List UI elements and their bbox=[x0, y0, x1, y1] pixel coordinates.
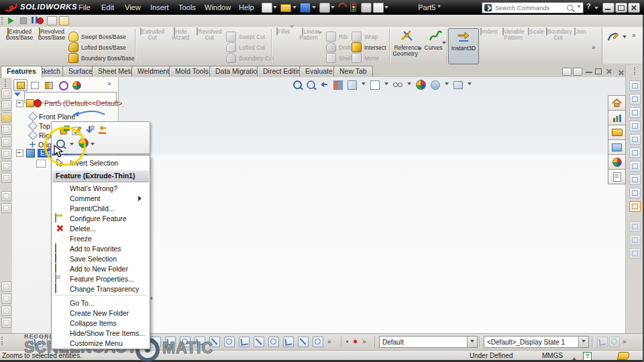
menu-item-freeze[interactable]: Freeze bbox=[52, 233, 149, 243]
sketch-tool-icon[interactable] bbox=[254, 337, 264, 347]
appearances-icon[interactable] bbox=[416, 80, 426, 90]
ribbon-overflow-button[interactable]: » bbox=[592, 44, 596, 51]
fm-overflow-button[interactable]: » bbox=[107, 80, 111, 87]
instant3d-button[interactable]: Instant3D bbox=[448, 28, 479, 64]
sketch-tool-icon[interactable] bbox=[268, 337, 279, 347]
undo-icon[interactable] bbox=[336, 1, 348, 13]
maximize-button[interactable] bbox=[615, 3, 627, 13]
toolbar-overflow-button[interactable]: » bbox=[327, 339, 331, 345]
graphics-viewport[interactable] bbox=[119, 77, 625, 333]
right-tool-icon[interactable] bbox=[629, 107, 641, 118]
lofted-cut-button[interactable]: Lofted Cut bbox=[226, 42, 265, 52]
sketch-caret-icon[interactable] bbox=[623, 36, 627, 40]
swept-cut-button[interactable]: Swept Cut bbox=[226, 32, 265, 42]
left-tool-icon[interactable] bbox=[1, 294, 11, 304]
menu-item-delete[interactable]: Delete... bbox=[52, 223, 149, 233]
left-tool-icon[interactable] bbox=[1, 282, 11, 292]
feature-statistics-icon[interactable] bbox=[350, 2, 356, 12]
menu-item-hide-show-tree-items[interactable]: Hide/Show Tree Items... bbox=[52, 328, 149, 338]
fm-tab-propertymanager[interactable] bbox=[28, 79, 42, 91]
search-commands-box[interactable] bbox=[482, 2, 584, 13]
open-caret-icon[interactable] bbox=[292, 6, 297, 11]
right-tool-icon[interactable] bbox=[629, 80, 641, 91]
stop-macro-icon[interactable] bbox=[20, 17, 27, 24]
help-button[interactable]: ? bbox=[586, 2, 591, 10]
mirror-button[interactable]: Mirror bbox=[352, 53, 379, 63]
display-style-caret-icon[interactable] bbox=[384, 82, 388, 87]
display-state-combo[interactable]: <Default>_Display State 1 bbox=[484, 336, 589, 348]
close-button[interactable] bbox=[628, 3, 640, 13]
toolbar-grip[interactable] bbox=[634, 67, 637, 75]
taskpane-file-explorer-tab[interactable] bbox=[608, 125, 626, 140]
revolved-cut-button[interactable]: Revolved Cut bbox=[195, 29, 223, 41]
menu-item-create-new-folder[interactable]: Create New Folder bbox=[52, 308, 149, 318]
tab-mold-tools[interactable]: Mold Tools bbox=[169, 66, 215, 76]
sketch-child-icon[interactable] bbox=[36, 160, 46, 168]
rib-button[interactable]: Rib bbox=[326, 32, 347, 42]
right-tool-icon[interactable] bbox=[629, 174, 641, 185]
fm-tab-configurationmanager[interactable] bbox=[42, 79, 56, 91]
toolbar-grip[interactable] bbox=[5, 79, 7, 87]
left-tool-icon[interactable] bbox=[1, 173, 11, 183]
appearance-caret-icon[interactable] bbox=[91, 143, 95, 147]
taskpane-appearances-tab[interactable] bbox=[608, 154, 626, 170]
view-settings-caret-icon[interactable] bbox=[468, 82, 472, 87]
disabled-tool-icon[interactable] bbox=[609, 337, 620, 347]
minimize-button[interactable] bbox=[602, 3, 614, 13]
boundary-boss-base-button[interactable]: Boundary Boss/Base bbox=[68, 53, 134, 63]
toolbar-overflow-button[interactable]: » bbox=[362, 339, 366, 345]
linear-pattern-button[interactable]: Linear Pattern bbox=[298, 29, 323, 41]
curves-button[interactable]: Curves bbox=[424, 29, 447, 51]
extruded-boss-base-button[interactable]: Extruded Boss/Base bbox=[4, 29, 35, 41]
menu-item-customize-menu[interactable]: Customize Menu bbox=[52, 338, 149, 348]
menu-item-whats-wrong[interactable]: What's Wrong? bbox=[52, 183, 149, 193]
configuration-combo[interactable]: Default bbox=[379, 336, 478, 348]
search-input[interactable] bbox=[494, 3, 567, 12]
menu-item-comment[interactable]: Comment bbox=[52, 193, 149, 203]
boundary-cut-button[interactable]: Boundary Cut bbox=[226, 53, 274, 63]
display-style-icon[interactable] bbox=[370, 80, 380, 90]
taskpane-home-tab[interactable] bbox=[608, 95, 626, 111]
viewport-single-icon[interactable] bbox=[562, 68, 572, 76]
tab-new-tab[interactable]: New Tab bbox=[333, 66, 373, 76]
draft-button[interactable]: Draft bbox=[326, 42, 351, 52]
menu-item-collapse-items[interactable]: Collapse Items bbox=[52, 318, 149, 328]
doc-restore-icon[interactable] bbox=[594, 68, 602, 74]
taskpane-custom-properties-tab[interactable] bbox=[608, 169, 626, 184]
new-document-icon[interactable] bbox=[262, 3, 272, 13]
tree-item-front-plane[interactable]: Front Plane bbox=[30, 113, 75, 121]
menu-item-add-to-new-folder[interactable]: Add to New Folder bbox=[52, 263, 149, 274]
right-tool-icon[interactable] bbox=[629, 134, 641, 145]
tab-features[interactable]: Features bbox=[1, 66, 42, 78]
section-view-icon[interactable] bbox=[333, 80, 343, 90]
menu-item-go-to[interactable]: Go To... bbox=[52, 298, 149, 308]
left-tool-icon[interactable] bbox=[1, 137, 11, 147]
sketch-tool-icon[interactable] bbox=[209, 337, 220, 347]
menu-item-add-to-favorites[interactable]: Add to Favorites bbox=[52, 243, 149, 253]
options-icon[interactable] bbox=[373, 3, 384, 13]
reference-geometry-button[interactable]: Reference Geometry bbox=[392, 29, 423, 57]
sketch-tool-icon[interactable] bbox=[180, 337, 191, 347]
right-tool-icon[interactable] bbox=[629, 248, 641, 259]
suppress-icon[interactable] bbox=[85, 125, 95, 135]
display-state-caret-icon[interactable] bbox=[578, 337, 588, 347]
scene-icon[interactable] bbox=[431, 80, 440, 90]
panel-overflow-button[interactable]: » bbox=[632, 32, 636, 39]
menu-item-feature-properties[interactable]: Feature Properties... bbox=[52, 274, 149, 284]
configuration-caret-icon[interactable] bbox=[467, 337, 477, 347]
fm-tab-dimxpertmanager[interactable] bbox=[56, 79, 70, 91]
search-icon[interactable] bbox=[567, 5, 573, 11]
variable-pattern-button[interactable]: Variable Pattern bbox=[500, 29, 526, 41]
edit-macro-icon[interactable] bbox=[59, 16, 69, 25]
search-scope-icon[interactable] bbox=[484, 4, 492, 11]
view-settings-icon[interactable] bbox=[453, 81, 463, 89]
hide-show-caret-icon[interactable] bbox=[407, 82, 411, 87]
left-tool-icon[interactable] bbox=[1, 149, 11, 159]
print-icon[interactable] bbox=[319, 3, 330, 13]
toolbar-grip[interactable] bbox=[1, 337, 4, 345]
viewport-split-icon[interactable] bbox=[573, 68, 582, 76]
view-orientation-icon[interactable] bbox=[347, 80, 357, 90]
new-macro-icon[interactable] bbox=[47, 16, 57, 25]
menu-tools[interactable]: Tools bbox=[172, 0, 202, 15]
right-tool-icon[interactable] bbox=[629, 235, 641, 245]
